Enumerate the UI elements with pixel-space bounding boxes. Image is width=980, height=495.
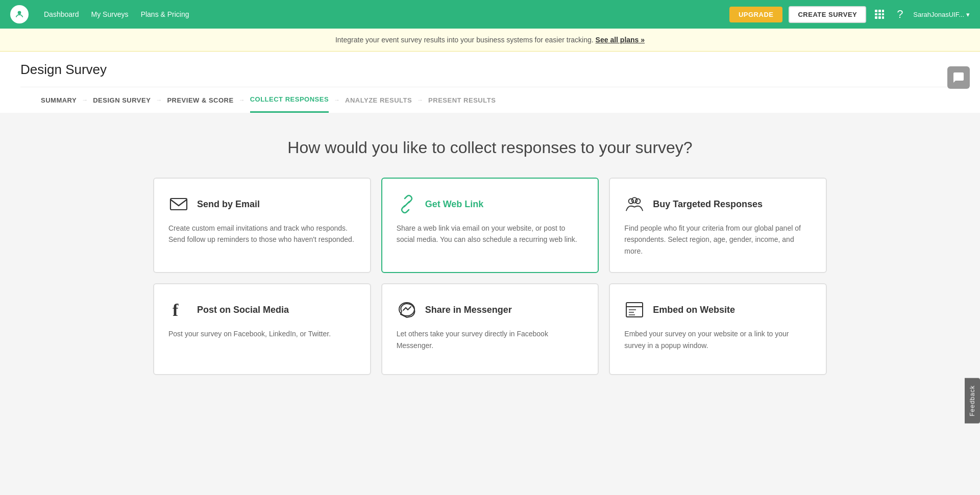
- svg-rect-1: [170, 199, 187, 210]
- step-arrow-1: →: [82, 96, 88, 104]
- card-email[interactable]: Send by Email Create custom email invita…: [153, 178, 371, 273]
- card-weblink[interactable]: Get Web Link Share a web link via email …: [381, 178, 599, 273]
- card-targeted[interactable]: Buy Targeted Responses Find people who f…: [609, 178, 827, 273]
- see-all-plans-link[interactable]: See all plans »: [596, 36, 645, 44]
- audience-icon: [624, 194, 645, 214]
- step-arrow-2: →: [156, 96, 162, 104]
- card-messenger-title: Share in Messenger: [425, 305, 512, 315]
- promo-banner: Integrate your event survey results into…: [0, 29, 980, 52]
- svg-line-2: [404, 202, 409, 207]
- svg-point-0: [18, 11, 21, 14]
- svg-point-3: [629, 199, 634, 204]
- steps-navigation: SUMMARY → DESIGN SURVEY → PREVIEW & SCOR…: [20, 87, 960, 113]
- upgrade-button[interactable]: UPGRADE: [729, 7, 783, 22]
- card-messenger-desc: Let others take your survey directly in …: [397, 328, 584, 351]
- nav-dashboard[interactable]: Dashboard: [44, 10, 79, 18]
- header: Dashboard My Surveys Plans & Pricing UPG…: [0, 0, 980, 29]
- nav-plans-pricing[interactable]: Plans & Pricing: [141, 10, 189, 18]
- card-targeted-desc: Find people who fit your criteria from o…: [624, 222, 812, 257]
- user-menu[interactable]: SarahJonasUIF... ▾: [913, 11, 970, 18]
- nav-my-surveys[interactable]: My Surveys: [91, 10, 129, 18]
- embed-icon: [624, 300, 645, 320]
- facebook-icon: f: [168, 300, 189, 320]
- svg-point-5: [632, 197, 637, 203]
- step-arrow-5: →: [417, 96, 423, 104]
- svg-point-4: [635, 199, 641, 204]
- apps-icon[interactable]: [872, 7, 887, 21]
- card-targeted-title: Buy Targeted Responses: [653, 199, 763, 210]
- card-social-title: Post on Social Media: [197, 305, 289, 315]
- card-social-header: f Post on Social Media: [168, 300, 356, 320]
- card-weblink-title: Get Web Link: [425, 199, 484, 210]
- page-title: Design Survey: [20, 62, 960, 87]
- step-arrow-4: →: [334, 96, 340, 104]
- card-embed-title: Embed on Website: [653, 305, 735, 315]
- card-email-desc: Create custom email invitations and trac…: [168, 222, 356, 245]
- section-title: How would you like to collect responses …: [153, 138, 827, 157]
- main-content: How would you like to collect responses …: [133, 113, 847, 401]
- card-embed[interactable]: Embed on Website Embed your survey on yo…: [609, 283, 827, 375]
- card-targeted-header: Buy Targeted Responses: [624, 194, 812, 214]
- page-header: Design Survey SUMMARY → DESIGN SURVEY → …: [0, 52, 980, 113]
- collection-methods-grid: Send by Email Create custom email invita…: [153, 178, 827, 375]
- card-social[interactable]: f Post on Social Media Post your survey …: [153, 283, 371, 375]
- card-embed-header: Embed on Website: [624, 300, 812, 320]
- card-messenger-header: Share in Messenger: [397, 300, 584, 320]
- card-embed-desc: Embed your survey on your website or a l…: [624, 328, 812, 351]
- step-analyze-results[interactable]: ANALYZE RESULTS: [345, 88, 412, 112]
- card-weblink-header: Get Web Link: [397, 194, 584, 214]
- main-nav: Dashboard My Surveys Plans & Pricing: [44, 10, 714, 18]
- card-messenger[interactable]: Share in Messenger Let others take your …: [381, 283, 599, 375]
- chevron-down-icon: ▾: [966, 11, 970, 18]
- feedback-button[interactable]: Feedback: [965, 378, 980, 401]
- step-collect-responses[interactable]: COLLECT RESPONSES: [250, 87, 329, 113]
- step-preview-score[interactable]: PREVIEW & SCORE: [167, 88, 233, 112]
- messenger-icon: [397, 300, 417, 320]
- header-right: UPGRADE CREATE SURVEY ? SarahJonasUIF...…: [729, 6, 970, 23]
- step-arrow-3: →: [239, 96, 245, 104]
- card-social-desc: Post your survey on Facebook, LinkedIn, …: [168, 328, 356, 339]
- email-icon: [168, 194, 189, 214]
- svg-text:f: f: [173, 301, 179, 319]
- create-survey-button[interactable]: CREATE SURVEY: [789, 6, 866, 23]
- card-email-title: Send by Email: [197, 199, 260, 210]
- chat-button[interactable]: [947, 66, 970, 89]
- logo[interactable]: [10, 5, 29, 23]
- card-email-header: Send by Email: [168, 194, 356, 214]
- card-weblink-desc: Share a web link via email on your websi…: [397, 222, 584, 245]
- step-present-results[interactable]: PRESENT RESULTS: [428, 88, 496, 112]
- step-design-survey[interactable]: DESIGN SURVEY: [93, 88, 151, 112]
- help-icon[interactable]: ?: [893, 7, 907, 21]
- step-summary[interactable]: SUMMARY: [41, 88, 77, 112]
- link-icon: [397, 194, 417, 214]
